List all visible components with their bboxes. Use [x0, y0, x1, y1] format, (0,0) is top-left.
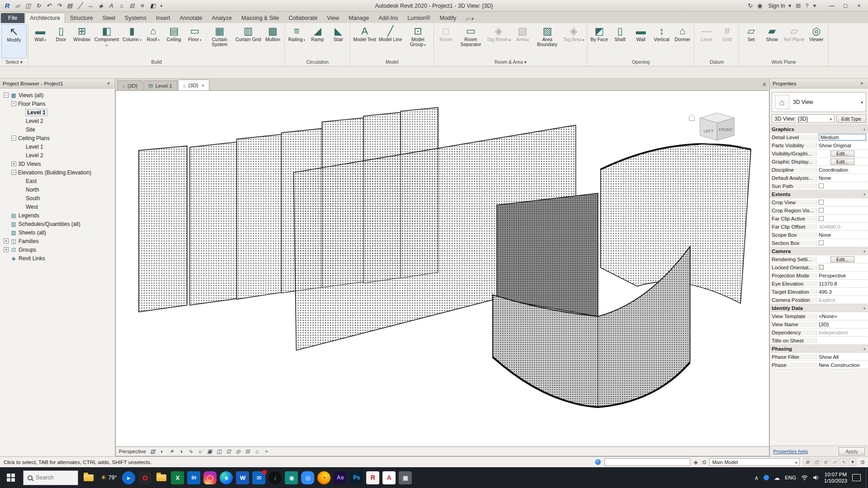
ribbon-button[interactable]: ▥ Curtain Grid: [234, 24, 263, 58]
property-value[interactable]: [817, 265, 868, 270]
expander-icon[interactable]: +: [11, 161, 16, 166]
infocenter-item[interactable]: ↻: [748, 2, 754, 9]
property-value[interactable]: [817, 208, 868, 213]
search-input[interactable]: [36, 474, 67, 481]
ribbon-button[interactable]: ↖ Modify: [1, 24, 27, 58]
worksets-box[interactable]: [604, 458, 690, 466]
property-value[interactable]: [817, 216, 868, 221]
section-collapse-icon[interactable]: ▴: [863, 347, 868, 351]
tray-app-icon[interactable]: [764, 475, 769, 480]
qat-tool-icon[interactable]: ▤: [65, 1, 74, 10]
expander-icon[interactable]: +: [4, 247, 9, 252]
tree-item[interactable]: ▤ Legends: [0, 211, 115, 220]
property-row[interactable]: Crop Region Vis... ▴: [770, 206, 868, 215]
ribbon-tab[interactable]: Lumion®: [403, 13, 434, 23]
tree-item[interactable]: Level 2: [0, 117, 115, 125]
ribbon-tab[interactable]: Analyze: [207, 13, 236, 23]
taskbar-app-icon[interactable]: [82, 471, 95, 484]
property-value[interactable]: [817, 240, 868, 245]
property-row[interactable]: Dependency Independent ▴: [770, 328, 868, 337]
taskbar-app-icon[interactable]: ◎: [301, 471, 314, 484]
panel-label[interactable]: Model: [350, 58, 434, 66]
property-row[interactable]: Section Box ▴: [770, 239, 868, 247]
checkbox[interactable]: [819, 200, 824, 205]
ribbon-button[interactable]: ▬ Wall: [630, 24, 651, 58]
tree-item[interactable]: − Elevations (Building Elevation): [0, 168, 115, 177]
tree-item[interactable]: + ⊡ Groups: [0, 245, 115, 254]
ribbon-button[interactable]: ◎ Viewer: [806, 24, 827, 58]
qat-tool-icon[interactable]: ◫: [24, 1, 33, 10]
property-value[interactable]: Show Original: [817, 143, 868, 148]
design-options-combo[interactable]: Main Model: [709, 458, 800, 466]
taskbar-app-icon[interactable]: Ps: [350, 471, 363, 484]
checkbox[interactable]: [819, 208, 824, 213]
checkbox[interactable]: [819, 265, 824, 270]
view-tab[interactable]: ⌂ {3D} ×: [178, 80, 209, 90]
ribbon-tab[interactable]: Steel: [98, 13, 120, 23]
ribbon-toggle-icon[interactable]: ▾: [471, 16, 473, 21]
taskbar-app-icon[interactable]: ◔: [317, 471, 330, 484]
ribbon-tab[interactable]: Collaborate: [284, 13, 322, 23]
panel-label[interactable]: Circulation: [285, 58, 350, 66]
taskbar-app-icon[interactable]: W: [236, 471, 249, 484]
panel-label[interactable]: Work Plane: [739, 58, 828, 66]
volume-icon[interactable]: [813, 475, 819, 480]
qat-tool-icon[interactable]: ⊟: [127, 1, 137, 10]
edit-type-button[interactable]: Edit Type: [836, 114, 866, 123]
tree-item[interactable]: North: [0, 185, 115, 194]
ribbon-button[interactable]: ◣ Stair: [328, 24, 349, 58]
tree-item[interactable]: Level 1: [0, 108, 115, 117]
property-row[interactable]: Identity Data ▴: [770, 304, 868, 312]
ribbon-button[interactable]: ▮ Column: [121, 24, 143, 58]
taskbar-app-icon[interactable]: O: [138, 471, 151, 484]
panel-label[interactable]: Select ▾: [0, 58, 28, 66]
property-value[interactable]: 304800.0: [817, 224, 868, 230]
ribbon-button[interactable]: ▩ Mullion: [262, 24, 283, 58]
chevron-down-icon[interactable]: ▾: [861, 100, 863, 105]
taskbar-app-icon[interactable]: X: [171, 471, 184, 484]
property-row[interactable]: Locked Orientat... ▴: [770, 263, 868, 272]
panel-label[interactable]: Room & Area ▾: [434, 58, 587, 66]
ribbon-toggle-icon[interactable]: ▭: [465, 16, 469, 21]
qat-tool-icon[interactable]: ╱: [75, 1, 85, 10]
ribbon-tab[interactable]: Annotate: [175, 13, 207, 23]
view-tab-list-icon[interactable]: ≡: [763, 81, 766, 88]
expander-icon[interactable]: −: [11, 136, 16, 141]
taskbar-app-icon[interactable]: [155, 471, 168, 484]
apply-button[interactable]: Apply: [839, 447, 865, 455]
start-button[interactable]: [1, 467, 21, 488]
property-row[interactable]: Crop View ▴: [770, 198, 868, 206]
panel-label[interactable]: Opening: [587, 58, 694, 66]
property-value[interactable]: None: [817, 175, 868, 181]
ribbon-button[interactable]: ▬ Wall: [30, 24, 51, 58]
selection-toggle-icon[interactable]: ⊞: [803, 458, 811, 466]
property-value[interactable]: Coordination: [817, 167, 868, 173]
property-value[interactable]: Show All: [817, 354, 868, 360]
action-center-icon[interactable]: [852, 474, 861, 481]
view-control-icon[interactable]: ▣: [206, 448, 213, 455]
section-collapse-icon[interactable]: ▴: [863, 127, 868, 131]
property-value[interactable]: New Construction: [817, 362, 868, 368]
infocenter-item[interactable]: Sign In: [767, 3, 785, 9]
property-value[interactable]: 495.3: [817, 289, 868, 295]
ribbon-button[interactable]: ▯ Shaft: [609, 24, 630, 58]
tree-item[interactable]: ▧ Sheets (all): [0, 228, 115, 237]
ribbon-button[interactable]: # Grid: [717, 24, 737, 58]
ribbon-button[interactable]: ≡ Railing: [286, 24, 307, 58]
property-row[interactable]: Target Elevation 495.3 ▴: [770, 288, 868, 296]
ribbon-button[interactable]: ▯ Door: [51, 24, 71, 58]
view-control-icon[interactable]: ∿: [187, 448, 194, 455]
tree-item[interactable]: West: [0, 202, 115, 211]
panel-label[interactable]: Datum: [694, 58, 739, 66]
mesh-panel[interactable]: [190, 142, 239, 305]
property-row[interactable]: Graphics ▴: [770, 125, 868, 133]
tree-item[interactable]: − Floor Plans: [0, 99, 115, 108]
property-value[interactable]: Independent: [817, 330, 868, 335]
property-row[interactable]: Default Analysis... None ▴: [770, 174, 868, 182]
property-row[interactable]: Extents ▴: [770, 190, 868, 198]
ribbon-button[interactable]: ⌂ Dormer: [672, 24, 693, 58]
ribbon-button[interactable]: ╱ Model Line: [377, 24, 403, 58]
property-row[interactable]: Phasing ▴: [770, 345, 868, 353]
checkbox[interactable]: [819, 183, 824, 188]
ribbon-button[interactable]: ◩ By Face: [589, 24, 609, 58]
